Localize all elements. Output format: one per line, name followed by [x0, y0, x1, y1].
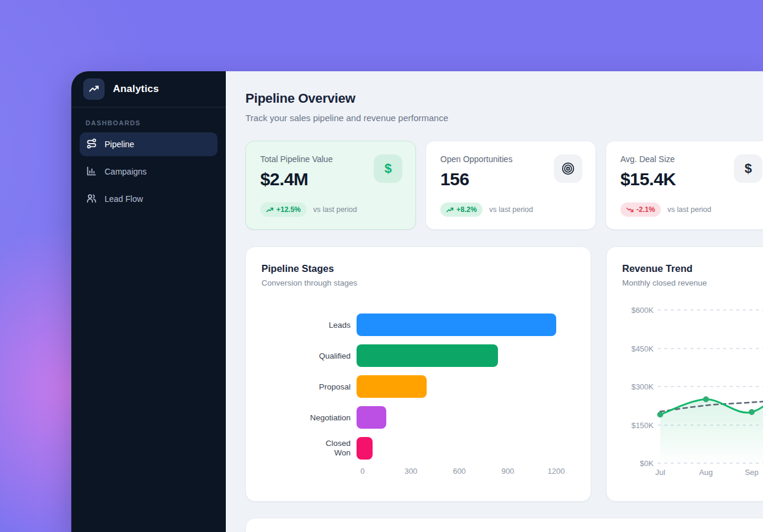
stage-bar-qualified[interactable] — [357, 344, 498, 367]
stage-label: Leads — [329, 321, 351, 330]
sidebar-section-label: DASHBOARDS — [86, 119, 212, 126]
delta-badge: -2.1% — [620, 202, 661, 217]
x-axis-tick: Jul — [655, 468, 666, 477]
page-title: Pipeline Overview — [245, 91, 355, 106]
delta-note: vs last period — [313, 205, 357, 214]
delta-note: vs last period — [667, 205, 711, 214]
delta-note: vs last period — [489, 205, 533, 214]
main-content: Pipeline Overview Track your sales pipel… — [226, 71, 763, 532]
x-axis-tick: 900 — [502, 467, 515, 476]
revenue-trend-card: Revenue Trend Monthly closed revenue $60… — [606, 246, 763, 502]
trending-up-logo-icon — [83, 78, 105, 100]
x-axis-tick: 0 — [360, 467, 364, 476]
bottom-card — [245, 518, 763, 532]
trend-down-icon — [626, 207, 633, 213]
target-icon — [554, 154, 582, 183]
pipeline-stages-card: Pipeline Stages Conversion through stage… — [245, 246, 591, 502]
sidebar-item-label: Lead Flow — [105, 194, 143, 204]
stage-row-proposal: Proposal — [252, 375, 556, 398]
sidebar-divider — [71, 107, 226, 107]
sidebar-nav: Pipeline Campaigns — [71, 132, 226, 211]
stage-bar-negotiation[interactable] — [357, 406, 386, 429]
stage-row-qualified: Qualified — [252, 344, 556, 367]
stages-bar-chart: Leads Qualified Proposal Negotiation Clo… — [252, 314, 556, 468]
app-title: Analytics — [113, 83, 159, 95]
sidebar-item-label: Pipeline — [105, 140, 134, 149]
revenue-data-point — [749, 409, 755, 415]
stage-row-closed-won: Closed Won — [252, 437, 556, 460]
stage-bar-closed-won[interactable] — [357, 437, 373, 460]
sidebar-item-label: Campaigns — [105, 167, 147, 176]
kpi-card-total-pipeline-value: Total Pipeline Value $2.4M $ +12.5% vs l… — [245, 141, 416, 230]
bar-chart-icon — [86, 166, 97, 178]
x-axis-tick: Aug — [699, 468, 712, 477]
delta-value: +8.2% — [456, 205, 477, 214]
kpi-card-avg-deal-size: Avg. Deal Size $15.4K $ -2.1% vs last pe… — [606, 141, 763, 230]
sidebar-item-campaigns[interactable]: Campaigns — [80, 160, 217, 183]
revenue-line-chart[interactable] — [607, 247, 763, 502]
delta-value: -2.1% — [636, 205, 655, 214]
dollar-icon: $ — [374, 154, 402, 183]
delta-badge: +12.5% — [260, 202, 307, 217]
chart-title: Pipeline Stages — [261, 263, 591, 274]
revenue-area-fill — [660, 376, 763, 463]
stage-row-leads: Leads — [252, 314, 556, 336]
kpi-card-open-opportunities: Open Opportunities 156 +8.2% vs last per… — [425, 141, 596, 230]
delta-badge: +8.2% — [440, 202, 483, 217]
chart-subtitle: Conversion through stages — [261, 278, 591, 287]
stage-label: Proposal — [319, 382, 351, 392]
x-axis-tick: 1200 — [548, 467, 565, 476]
brand-row: Analytics — [71, 71, 226, 107]
route-icon — [86, 138, 97, 151]
x-axis-tick: 600 — [453, 467, 466, 476]
trend-up-icon — [446, 207, 453, 213]
x-axis-tick: 300 — [405, 467, 418, 476]
trend-up-icon — [266, 207, 273, 213]
stage-row-negotiation: Negotiation — [252, 406, 556, 429]
sidebar: Analytics DASHBOARDS Pipeline — [71, 71, 226, 532]
revenue-data-point — [657, 411, 663, 417]
revenue-data-point — [703, 397, 709, 403]
stage-bar-leads[interactable] — [357, 314, 556, 336]
stage-label: Negotiation — [310, 413, 351, 423]
stages-x-axis: 0 300 600 900 1200 — [362, 467, 556, 476]
stage-label: Qualified — [319, 352, 351, 361]
users-icon — [86, 193, 97, 205]
stage-label: Closed Won — [309, 439, 351, 457]
dollar-icon: $ — [734, 154, 762, 183]
delta-value: +12.5% — [276, 205, 301, 214]
x-axis-tick: Sep — [745, 468, 758, 477]
page-subtitle: Track your sales pipeline and revenue pe… — [245, 113, 448, 123]
sidebar-item-pipeline[interactable]: Pipeline — [80, 132, 217, 156]
sidebar-item-lead-flow[interactable]: Lead Flow — [80, 187, 217, 211]
app-window: Analytics DASHBOARDS Pipeline — [71, 71, 763, 532]
stage-bar-proposal[interactable] — [357, 375, 427, 398]
